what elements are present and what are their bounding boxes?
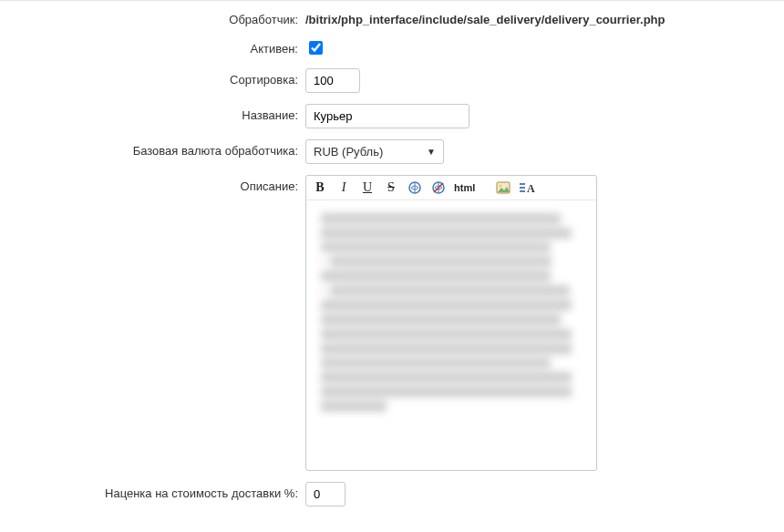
name-input[interactable] bbox=[305, 104, 469, 128]
italic-button[interactable]: I bbox=[335, 179, 352, 196]
row-active: Активен: bbox=[0, 37, 784, 57]
handler-path-value: /bitrix/php_interface/include/sale_deliv… bbox=[305, 8, 784, 26]
delivery-handler-form: Обработчик: /bitrix/php_interface/includ… bbox=[0, 0, 784, 532]
label-sort: Сортировка: bbox=[0, 68, 305, 87]
strikethrough-button[interactable]: S bbox=[383, 179, 399, 196]
text-direction-icon[interactable]: A bbox=[519, 179, 535, 196]
row-description: Описание: B I U S html bbox=[0, 175, 784, 471]
active-checkbox[interactable] bbox=[309, 41, 323, 55]
editor-content[interactable] bbox=[306, 200, 596, 470]
svg-rect-9 bbox=[520, 190, 525, 192]
image-icon[interactable] bbox=[495, 179, 511, 196]
html-source-button[interactable]: html bbox=[454, 179, 475, 196]
label-active: Активен: bbox=[0, 37, 305, 56]
row-markup: Наценка на стоимость доставки %: bbox=[0, 482, 784, 506]
label-currency: Базовая валюта обработчика: bbox=[0, 139, 305, 158]
label-description: Описание: bbox=[0, 175, 305, 193]
row-sort: Сортировка: bbox=[0, 68, 784, 93]
currency-selected-value: RUB (Рубль) bbox=[314, 145, 383, 159]
sort-input[interactable] bbox=[305, 68, 360, 93]
chevron-down-icon: ▼ bbox=[427, 147, 436, 157]
svg-point-6 bbox=[500, 185, 502, 188]
currency-select[interactable]: RUB (Рубль) ▼ bbox=[305, 139, 444, 164]
bold-button[interactable]: B bbox=[312, 179, 328, 196]
editor-toolbar: B I U S html A bbox=[306, 176, 596, 200]
label-name: Название: bbox=[0, 104, 305, 122]
row-currency: Базовая валюта обработчика: RUB (Рубль) … bbox=[0, 139, 784, 164]
blurred-text-placeholder bbox=[321, 213, 582, 412]
unlink-icon[interactable] bbox=[430, 179, 447, 196]
svg-text:A: A bbox=[527, 182, 535, 194]
svg-rect-7 bbox=[520, 183, 525, 185]
row-handler: Обработчик: /bitrix/php_interface/includ… bbox=[0, 8, 784, 26]
markup-input[interactable] bbox=[305, 482, 346, 506]
label-handler: Обработчик: bbox=[0, 8, 305, 26]
row-name: Название: bbox=[0, 104, 784, 128]
rich-text-editor: B I U S html A bbox=[305, 175, 597, 471]
link-icon[interactable] bbox=[407, 179, 423, 196]
label-markup: Наценка на стоимость доставки %: bbox=[0, 482, 305, 500]
svg-rect-8 bbox=[520, 187, 525, 189]
underline-button[interactable]: U bbox=[359, 179, 376, 196]
